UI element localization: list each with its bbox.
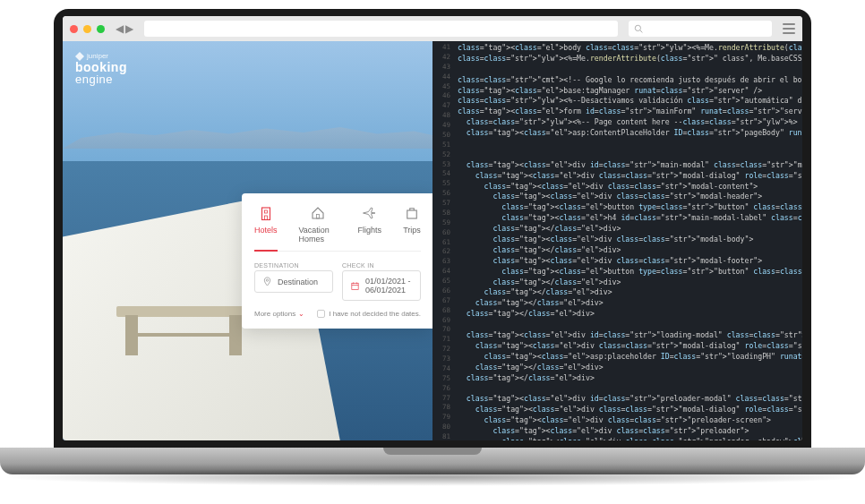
svg-point-8 [266, 279, 268, 281]
svg-rect-6 [316, 215, 319, 219]
brand-prefix: juniper [87, 53, 108, 60]
tab-trips[interactable]: Trips [403, 204, 421, 243]
hotel-icon [257, 204, 275, 222]
destination-label: DESTINATION [254, 262, 333, 269]
suitcase-icon [403, 204, 421, 222]
brand-name-line1: booking [75, 61, 127, 73]
minimize-window-button[interactable] [83, 25, 91, 33]
tab-hotels[interactable]: Hotels [254, 204, 278, 243]
background-bench [116, 306, 251, 360]
checkin-label: CHECK IN [342, 262, 421, 269]
laptop-mockup: ◀ ▶ [54, 9, 811, 495]
svg-point-0 [635, 25, 640, 30]
tab-vacation-homes[interactable]: Vacation Homes [299, 204, 337, 243]
tab-hotels-label: Hotels [254, 226, 278, 235]
chevron-down-icon: ⌄ [298, 310, 304, 318]
close-window-button[interactable] [70, 25, 78, 33]
svg-rect-7 [407, 210, 417, 218]
calendar-icon [350, 281, 360, 291]
destination-field: DESTINATION Destination [254, 262, 333, 301]
undecided-dates-checkbox[interactable] [317, 310, 325, 318]
booking-app-pane: juniper booking engine Hotels [63, 41, 432, 440]
checkin-value: 01/01/2021 - 06/01/2021 [365, 277, 413, 295]
menu-button[interactable] [783, 23, 795, 34]
undecided-dates-row: I have not decided the dates. [317, 310, 421, 318]
traffic-lights [70, 25, 105, 33]
pin-icon [262, 277, 272, 286]
more-options-label: More options [254, 310, 295, 318]
logo-icon [75, 52, 84, 61]
split-content: juniper booking engine Hotels [63, 41, 802, 440]
code-editor-pane: 41 42 43 44 45 46 47 48 49 50 51 52 53 5… [432, 41, 802, 440]
search-form-row: DESTINATION Destination CHECK IN [254, 262, 421, 301]
laptop-notch [383, 448, 482, 455]
more-options-toggle[interactable]: More options ⌄ [254, 310, 304, 318]
svg-line-1 [640, 30, 643, 33]
laptop-shadow [0, 468, 865, 486]
screen: ◀ ▶ [63, 16, 802, 440]
options-row: More options ⌄ I have not decided the da… [254, 310, 421, 318]
undecided-dates-label: I have not decided the dates. [329, 310, 421, 318]
destination-input[interactable]: Destination [254, 270, 333, 293]
tab-trips-label: Trips [403, 226, 421, 235]
browser-chrome: ◀ ▶ [63, 16, 802, 41]
search-card: Hotels Vacation Homes [242, 193, 432, 329]
tab-vacation-homes-label: Vacation Homes [299, 226, 337, 243]
checkin-input[interactable]: 01/01/2021 - 06/01/2021 [342, 270, 421, 301]
line-number-gutter: 41 42 43 44 45 46 47 48 49 50 51 52 53 5… [432, 41, 454, 440]
code-content[interactable]: class="tag"><class="el">body class=class… [454, 41, 802, 440]
maximize-window-button[interactable] [97, 25, 105, 33]
url-bar[interactable] [144, 21, 618, 37]
destination-placeholder: Destination [278, 278, 318, 286]
tab-flights-label: Flights [357, 226, 381, 235]
back-button[interactable]: ◀ [116, 22, 124, 35]
browser-search-bar[interactable] [629, 21, 772, 37]
screen-bezel: ◀ ▶ [54, 9, 811, 448]
brand-name-line2: engine [75, 73, 127, 85]
search-icon [634, 24, 643, 33]
svg-rect-5 [264, 216, 267, 220]
forward-button[interactable]: ▶ [125, 22, 133, 35]
svg-marker-2 [75, 52, 84, 61]
house-icon [309, 204, 327, 222]
product-tabs: Hotels Vacation Homes [254, 204, 421, 252]
svg-rect-4 [264, 210, 267, 213]
plane-icon [361, 204, 379, 222]
tab-flights[interactable]: Flights [357, 204, 381, 243]
brand-logo: juniper booking engine [75, 52, 127, 85]
svg-rect-3 [261, 208, 270, 220]
background-mountains [63, 122, 432, 149]
checkin-field: CHECK IN 01/01/2021 - 06/01/2021 [342, 262, 421, 301]
svg-rect-9 [352, 283, 358, 289]
